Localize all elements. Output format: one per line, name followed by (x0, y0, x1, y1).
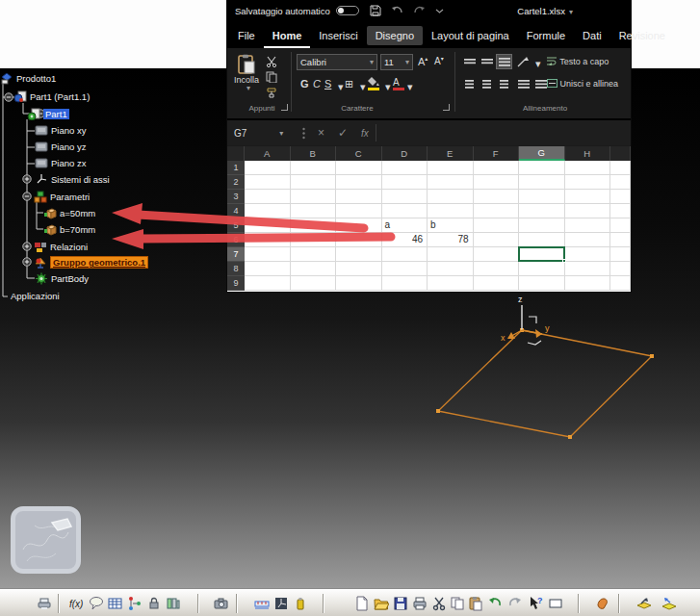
grid-cell-E5[interactable]: b (428, 218, 474, 233)
grid-cell-A9[interactable] (245, 276, 291, 291)
row-header-7[interactable]: 7 (227, 247, 245, 262)
grid-cell-B1[interactable] (291, 161, 337, 175)
grid-cell-G8[interactable] (519, 262, 565, 276)
tree-node-part1-part1-1-[interactable]: Part1 (Part1.1) (13, 90, 90, 103)
grid-cell-D3[interactable] (382, 190, 428, 204)
grid-cell-H9[interactable] (565, 276, 611, 291)
grid-cell-F4[interactable] (474, 204, 520, 218)
row-header-8[interactable]: 8 (227, 262, 245, 276)
grid-cell-A5[interactable] (245, 218, 291, 233)
increase-font-icon[interactable]: A▴ (418, 55, 428, 67)
grid-cell-H2[interactable] (565, 175, 611, 190)
grid-cell-partial[interactable] (610, 204, 631, 218)
format-painter-icon[interactable] (266, 85, 277, 102)
grid-cell-B4[interactable] (291, 204, 337, 218)
grid-cell-H8[interactable] (565, 262, 611, 276)
column-header-A[interactable]: A (245, 146, 291, 161)
grid-cell-partial[interactable] (610, 161, 631, 175)
italic-button[interactable]: C (313, 78, 321, 90)
font-size-combo[interactable]: 11▾ (380, 54, 413, 70)
grid-cell-B9[interactable] (291, 276, 337, 291)
tree-node-parametri[interactable]: Parametri (34, 191, 90, 203)
grid-cell-D4[interactable] (382, 204, 428, 218)
grid-cell-E3[interactable] (428, 190, 474, 204)
new-doc-icon[interactable] (354, 596, 370, 611)
align-top-icon[interactable] (461, 54, 478, 69)
grid-cell-G4[interactable] (519, 204, 565, 218)
redo-icon[interactable] (507, 596, 523, 611)
decrease-indent-icon[interactable] (515, 76, 531, 91)
tree-node-prodotto1[interactable]: Prodotto1 (0, 72, 56, 85)
column-header-H[interactable]: H (565, 146, 611, 161)
columns-icon[interactable] (166, 596, 181, 611)
measure-icon[interactable] (254, 596, 270, 611)
orientation-dropdown-icon[interactable]: ▾ (535, 58, 541, 70)
ribbon-tab-revisione[interactable]: Revisione (610, 25, 674, 48)
paste-icon[interactable] (468, 596, 483, 611)
grid-cell-D1[interactable] (382, 161, 428, 175)
font-color-dropdown-icon[interactable]: ▾ (407, 81, 413, 93)
row-header-3[interactable]: 3 (227, 190, 245, 204)
borders-dropdown-icon[interactable]: ▾ (360, 81, 366, 93)
grid-cell-C7[interactable] (336, 247, 382, 262)
cancel-entry-icon[interactable]: × (318, 126, 324, 140)
grid-cell-B2[interactable] (291, 175, 337, 190)
formula-input[interactable] (376, 124, 629, 141)
formula-bar-grip[interactable] (302, 127, 305, 140)
row-header-6[interactable]: 6 (227, 233, 245, 247)
grid-cell-G5[interactable] (519, 218, 565, 233)
column-header-D[interactable]: D (382, 146, 428, 161)
viewport-thumbnail-widget[interactable] (11, 506, 81, 574)
grid-cell-E8[interactable] (428, 262, 474, 276)
grid-cell-F5[interactable] (474, 218, 520, 233)
grid-cell-C1[interactable] (336, 161, 382, 175)
grid-cell-partial[interactable] (610, 276, 631, 291)
battery-icon[interactable] (293, 596, 308, 611)
row-header-2[interactable]: 2 (227, 175, 245, 190)
column-header-G[interactable]: G (519, 146, 565, 161)
grid-cell-A3[interactable] (245, 190, 291, 204)
grid-cell-A6[interactable] (245, 233, 291, 247)
grid-cell-E2[interactable] (428, 175, 474, 190)
grid-cell-B7[interactable] (291, 247, 337, 262)
merge-center-button[interactable]: Unisci e allinea (547, 79, 618, 89)
grid-cell-D8[interactable] (382, 262, 428, 276)
carattere-dialog-launcher[interactable] (443, 104, 450, 111)
axisbox-icon[interactable] (273, 596, 289, 611)
bold-button[interactable]: G (300, 78, 309, 90)
row-header-1[interactable]: 1 (227, 161, 245, 175)
grid-cell-F8[interactable] (474, 262, 520, 276)
row-header-4[interactable]: 4 (227, 204, 245, 218)
tree-node-sistemi-di-assi[interactable]: Sistemi di assi (35, 173, 110, 186)
grid-cell-H1[interactable] (565, 161, 611, 175)
grid-cell-F2[interactable] (474, 175, 520, 190)
print-icon[interactable] (412, 596, 428, 611)
grid-cell-partial[interactable] (610, 190, 631, 204)
undo-icon[interactable] (487, 596, 503, 611)
grid-cell-C5[interactable] (336, 218, 382, 233)
tree-node-a-50mm[interactable]: a=50mm (43, 207, 95, 219)
grid-cell-partial[interactable] (610, 218, 631, 233)
grid-cell-H7[interactable] (565, 247, 611, 262)
tree-node-b-70mm[interactable]: b=70mm (43, 223, 95, 236)
grid-cell-partial[interactable] (610, 262, 631, 276)
grid-cell-G3[interactable] (519, 190, 565, 204)
grid-cell-C2[interactable] (336, 175, 382, 190)
grid-cell-E6[interactable]: 78 (428, 233, 474, 247)
tree-node-partbody[interactable]: PartBody (35, 272, 89, 285)
grid-cell-A2[interactable] (245, 175, 291, 190)
column-header-F[interactable]: F (474, 146, 520, 161)
grid-cell-D5[interactable]: a (382, 218, 428, 233)
borders-icon[interactable]: ⊞ (345, 78, 353, 90)
grid-cell-A8[interactable] (245, 262, 291, 276)
grid-cell-C4[interactable] (336, 204, 382, 218)
grid-cell-E9[interactable] (428, 276, 474, 291)
grid-cell-A1[interactable] (245, 161, 291, 175)
grid-cell-C6[interactable] (336, 233, 382, 247)
grid-cell-F9[interactable] (474, 276, 520, 291)
align-left-icon[interactable] (461, 76, 478, 91)
grid-cell-B5[interactable] (291, 218, 337, 233)
catalog-icon[interactable] (635, 596, 651, 611)
grid-cell-partial[interactable] (610, 175, 631, 190)
hand-icon[interactable] (595, 596, 610, 611)
